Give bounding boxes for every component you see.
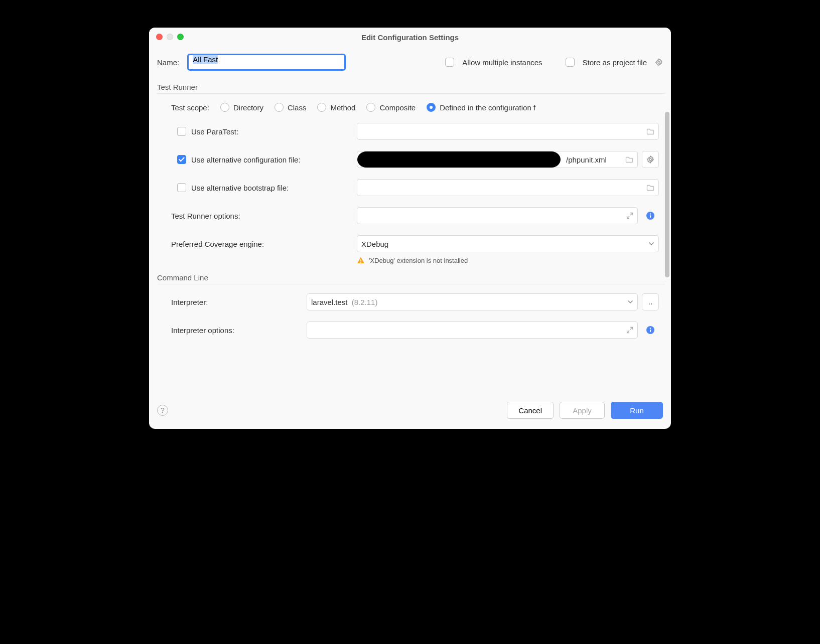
alt-config-path-input[interactable]: /phpunit.xml (357, 151, 638, 168)
scope-composite-label: Composite (379, 103, 416, 112)
coverage-select[interactable]: XDebug (357, 235, 659, 252)
traffic-lights (156, 34, 184, 40)
expand-icon[interactable] (626, 327, 633, 334)
dialog-window: Edit Configuration Settings Name: All Fa… (149, 28, 671, 429)
scope-directory-label: Directory (233, 103, 263, 112)
test-scope-label: Test scope: (171, 103, 209, 112)
scope-composite-radio[interactable] (366, 103, 375, 112)
info-icon (646, 326, 655, 335)
run-button[interactable]: Run (611, 402, 663, 419)
alt-bootstrap-label: Use alternative bootstrap file: (191, 184, 289, 192)
allow-multiple-checkbox[interactable] (445, 58, 454, 67)
svg-rect-1 (650, 215, 651, 218)
runner-options-label: Test Runner options: (171, 212, 240, 220)
scope-method-label: Method (330, 103, 355, 112)
close-window-button[interactable] (156, 34, 163, 40)
minimize-window-button[interactable] (167, 34, 173, 40)
interpreter-label: Interpreter: (171, 298, 208, 306)
scope-class-label: Class (288, 103, 307, 112)
alt-bootstrap-checkbox[interactable] (177, 183, 186, 192)
warning-icon (357, 256, 365, 264)
alt-config-checkbox[interactable] (177, 155, 186, 164)
alt-config-settings-button[interactable] (642, 151, 659, 168)
info-icon (646, 211, 655, 220)
alt-config-label: Use alternative configuration file: (191, 155, 301, 164)
interpreter-browse-button[interactable]: .. (642, 293, 659, 310)
paratest-label: Use ParaTest: (191, 127, 238, 136)
store-project-label: Store as project file (583, 58, 647, 67)
dialog-content: Name: All Fast Allow multiple instances … (149, 47, 671, 398)
folder-icon (646, 128, 654, 135)
expand-icon[interactable] (626, 212, 633, 219)
runner-options-info-button[interactable] (642, 207, 659, 224)
section-test-runner: Test Runner (157, 83, 665, 94)
interpreter-select[interactable]: laravel.test (8.2.11) (307, 293, 638, 310)
dialog-footer: ? Cancel Apply Run (149, 398, 671, 429)
scope-directory-radio[interactable] (220, 103, 229, 112)
paratest-checkbox[interactable] (177, 127, 186, 136)
scope-class-radio[interactable] (275, 103, 284, 112)
paratest-path-input[interactable] (357, 123, 659, 140)
scope-defined-radio[interactable] (427, 103, 436, 112)
cancel-button[interactable]: Cancel (507, 402, 554, 419)
interpreter-options-label: Interpreter options: (171, 326, 234, 335)
section-command-line: Command Line (157, 273, 665, 284)
chevron-down-icon (627, 300, 633, 304)
chevron-down-icon (648, 242, 654, 246)
coverage-label: Preferred Coverage engine: (171, 240, 264, 248)
warning-text: 'XDebug' extension is not installed (369, 257, 468, 264)
svg-point-2 (650, 213, 651, 214)
name-input-text: All Fast (193, 55, 218, 64)
name-input[interactable]: All Fast (187, 54, 346, 71)
scope-method-radio[interactable] (317, 103, 326, 112)
interpreter-options-input[interactable] (307, 321, 638, 339)
scope-defined-label: Defined in the configuration f (440, 103, 535, 112)
svg-rect-3 (360, 259, 361, 262)
svg-point-4 (360, 262, 361, 263)
help-icon: ? (161, 406, 165, 414)
alt-config-value: /phpunit.xml (566, 155, 607, 164)
browse-label: .. (648, 298, 653, 306)
zoom-window-button[interactable] (177, 34, 184, 40)
runner-options-input[interactable] (357, 207, 638, 224)
titlebar: Edit Configuration Settings (149, 28, 671, 47)
store-project-checkbox[interactable] (566, 58, 575, 67)
gear-icon (646, 155, 654, 164)
allow-multiple-label: Allow multiple instances (462, 58, 542, 67)
svg-point-7 (650, 328, 651, 329)
coverage-value: XDebug (361, 240, 388, 248)
folder-icon (646, 184, 654, 191)
redacted-path (357, 151, 561, 168)
svg-rect-6 (650, 330, 651, 332)
alt-bootstrap-path-input[interactable] (357, 179, 659, 196)
interpreter-value: laravel.test (311, 298, 348, 306)
apply-button[interactable]: Apply (560, 402, 605, 419)
help-button[interactable]: ? (157, 405, 168, 416)
interpreter-options-info-button[interactable] (642, 321, 659, 339)
window-title: Edit Configuration Settings (361, 33, 459, 42)
interpreter-version: (8.2.11) (352, 298, 378, 306)
gear-icon[interactable] (655, 58, 663, 66)
scrollbar-thumb[interactable] (665, 112, 669, 277)
folder-icon[interactable] (625, 156, 633, 163)
name-label: Name: (157, 58, 179, 67)
